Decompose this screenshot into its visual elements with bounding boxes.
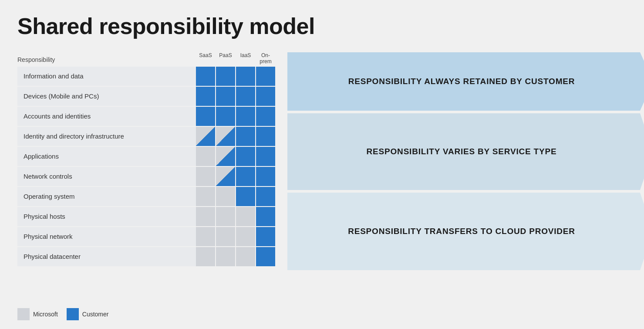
cell-2-1: [216, 107, 235, 126]
table-row: Accounts and identities: [17, 107, 283, 126]
legend: Microsoft Customer: [17, 308, 108, 320]
cell-8-3: [256, 227, 275, 246]
table-body: Information and dataDevices (Mobile and …: [17, 67, 283, 266]
cell-3-2: [236, 127, 255, 146]
legend-microsoft-label: Microsoft: [33, 311, 58, 318]
cell-3-1: [216, 127, 235, 146]
table-row: Operating system: [17, 187, 283, 206]
cell-0-0: [196, 67, 215, 86]
page-title: Shared responsibility model: [17, 13, 627, 39]
row-label-4: Applications: [17, 147, 196, 166]
table-row: Information and data: [17, 67, 283, 86]
cell-9-3: [256, 247, 275, 266]
cell-8-1: [216, 227, 235, 246]
cell-6-2: [236, 187, 255, 206]
cell-5-2: [236, 167, 255, 186]
row-cells-1: [196, 87, 275, 106]
table-section: Responsibility SaaS PaaS IaaS On-prem In…: [17, 52, 283, 266]
cell-8-2: [236, 227, 255, 246]
cell-7-2: [236, 207, 255, 226]
table-row: Physical network: [17, 227, 283, 246]
col-iaas: IaaS: [236, 52, 255, 65]
cell-1-1: [216, 87, 235, 106]
cell-9-0: [196, 247, 215, 266]
row-label-2: Accounts and identities: [17, 107, 196, 126]
responsibility-header: Responsibility: [17, 56, 196, 65]
cell-9-1: [216, 247, 235, 266]
row-label-9: Physical datacenter: [17, 247, 196, 266]
table-row: Physical hosts: [17, 207, 283, 226]
legend-microsoft: Microsoft: [17, 308, 58, 320]
cell-2-2: [236, 107, 255, 126]
table-row: Identity and directory infrastructure: [17, 127, 283, 146]
arrow-provider-label: RESPONSIBILITY TRANSFERS TO CLOUD PROVID…: [339, 227, 601, 236]
content-area: Responsibility SaaS PaaS IaaS On-prem In…: [17, 52, 627, 270]
cell-1-0: [196, 87, 215, 106]
legend-microsoft-box: [17, 308, 30, 320]
slide: Shared responsibility model Responsibili…: [0, 0, 644, 329]
row-cells-7: [196, 207, 275, 226]
row-label-0: Information and data: [17, 67, 196, 86]
cell-3-3: [256, 127, 275, 146]
cell-2-3: [256, 107, 275, 126]
cell-0-2: [236, 67, 255, 86]
cell-9-2: [236, 247, 255, 266]
cell-4-3: [256, 147, 275, 166]
cell-3-0: [196, 127, 215, 146]
arrow-customer-label: RESPONSIBILITY ALWAYS RETAINED BY CUSTOM…: [340, 77, 601, 86]
row-label-3: Identity and directory infrastructure: [17, 127, 196, 146]
table-row: Network controls: [17, 167, 283, 186]
legend-customer-box: [67, 308, 79, 320]
col-saas: SaaS: [196, 52, 215, 65]
cell-0-1: [216, 67, 235, 86]
row-label-7: Physical hosts: [17, 207, 196, 226]
row-label-1: Devices (Mobile and PCs): [17, 87, 196, 106]
legend-customer-label: Customer: [82, 311, 109, 318]
column-headers: SaaS PaaS IaaS On-prem: [196, 52, 275, 65]
cell-5-1: [216, 167, 235, 186]
cell-6-3: [256, 187, 275, 206]
cell-0-3: [256, 67, 275, 86]
cell-7-3: [256, 207, 275, 226]
arrow-customer: RESPONSIBILITY ALWAYS RETAINED BY CUSTOM…: [287, 52, 644, 111]
table-row: Applications: [17, 147, 283, 166]
cell-6-0: [196, 187, 215, 206]
row-cells-8: [196, 227, 275, 246]
legend-customer: Customer: [67, 308, 109, 320]
arrow-varies-label: RESPONSIBILITY VARIES BY SERVICE TYPE: [358, 147, 583, 156]
arrows-section: RESPONSIBILITY ALWAYS RETAINED BY CUSTOM…: [287, 52, 644, 270]
cell-8-0: [196, 227, 215, 246]
row-cells-0: [196, 67, 275, 86]
cell-7-1: [216, 207, 235, 226]
row-cells-6: [196, 187, 275, 206]
row-label-6: Operating system: [17, 187, 196, 206]
arrow-varies: RESPONSIBILITY VARIES BY SERVICE TYPE: [287, 113, 644, 190]
row-cells-3: [196, 127, 275, 146]
table-row: Physical datacenter: [17, 247, 283, 266]
row-cells-5: [196, 167, 275, 186]
row-cells-2: [196, 107, 275, 126]
row-cells-9: [196, 247, 275, 266]
cell-1-3: [256, 87, 275, 106]
row-label-5: Network controls: [17, 167, 196, 186]
col-onprem: On-prem: [256, 52, 275, 65]
cell-5-3: [256, 167, 275, 186]
cell-4-2: [236, 147, 255, 166]
cell-5-0: [196, 167, 215, 186]
row-label-8: Physical network: [17, 227, 196, 246]
col-paas: PaaS: [216, 52, 235, 65]
table-header: Responsibility SaaS PaaS IaaS On-prem: [17, 52, 283, 65]
cell-1-2: [236, 87, 255, 106]
row-cells-4: [196, 147, 275, 166]
cell-4-1: [216, 147, 235, 166]
cell-6-1: [216, 187, 235, 206]
arrow-provider: RESPONSIBILITY TRANSFERS TO CLOUD PROVID…: [287, 193, 644, 270]
table-row: Devices (Mobile and PCs): [17, 87, 283, 106]
cell-4-0: [196, 147, 215, 166]
cell-2-0: [196, 107, 215, 126]
cell-7-0: [196, 207, 215, 226]
